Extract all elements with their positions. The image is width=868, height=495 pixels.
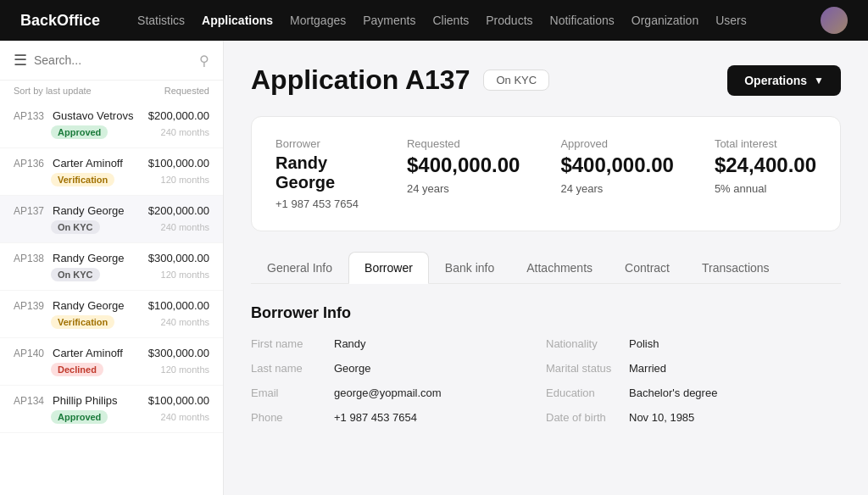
- nav-notifications[interactable]: Notifications: [550, 14, 615, 27]
- info-left-col: First name Randy Last name George Email …: [251, 337, 546, 424]
- summary-approved: Approved $400,000.00 24 years: [560, 137, 673, 210]
- education-value: Bachelor's degree: [629, 387, 717, 399]
- tab-general-info[interactable]: General Info: [251, 252, 348, 284]
- item-amount: $100,000.00: [148, 394, 209, 407]
- tab-transactions[interactable]: Transactions: [686, 252, 786, 284]
- page-header: Application A137 On KYC Operations ▼: [251, 64, 841, 96]
- summary-requested: Requested $400,000.00 24 years: [407, 137, 520, 210]
- sidebar-header: ☰ ⚲: [0, 41, 223, 81]
- tab-contract[interactable]: Contract: [609, 252, 686, 284]
- status-badge: Declined: [51, 363, 103, 376]
- tab-bank-info[interactable]: Bank info: [429, 252, 510, 284]
- sidebar-item-ap139[interactable]: AP139 Randy George $100,000.00 Verificat…: [0, 291, 223, 338]
- sidebar-item-ap133[interactable]: AP133 Gustavo Vetrovs $200,000.00 Approv…: [0, 101, 223, 148]
- item-months: 120 months: [161, 270, 209, 280]
- nav-applications[interactable]: Applications: [202, 14, 273, 27]
- marital-status-value: Married: [629, 362, 666, 375]
- date-of-birth-key: Date of birth: [546, 411, 622, 424]
- item-amount: $200,000.00: [148, 109, 209, 122]
- item-name: Carter Aminoff: [53, 347, 147, 359]
- status-badge: Verification: [51, 315, 114, 329]
- sidebar-item-ap136[interactable]: AP136 Carter Aminoff $100,000.00 Verific…: [0, 148, 223, 196]
- nationality-row: Nationality Polish: [546, 337, 841, 350]
- summary-borrower: Borrower Randy George +1 987 453 7654: [275, 137, 366, 210]
- nav-clients[interactable]: Clients: [432, 14, 469, 27]
- item-months: 120 months: [161, 175, 209, 185]
- marital-status-row: Marital status Married: [546, 362, 841, 375]
- date-of-birth-row: Date of birth Nov 10, 1985: [546, 411, 841, 424]
- requested-label: Requested: [407, 137, 520, 150]
- marital-status-key: Marital status: [546, 362, 622, 375]
- status-badge: On KYC: [51, 268, 100, 281]
- sidebar-item-ap134[interactable]: AP134 Phillip Philips $100,000.00 Approv…: [0, 386, 223, 433]
- date-of-birth-value: Nov 10, 1985: [629, 411, 694, 424]
- borrower-label: Borrower: [275, 137, 366, 150]
- status-badge: Verification: [51, 173, 114, 186]
- nav-payments[interactable]: Payments: [363, 14, 415, 27]
- item-id: AP136: [14, 158, 51, 170]
- nationality-key: Nationality: [546, 337, 622, 350]
- item-badge-row: Verification 240 months: [14, 315, 209, 329]
- item-badge-row: On KYC 120 months: [14, 268, 209, 281]
- chevron-down-icon: ▼: [814, 75, 824, 86]
- last-name-value: George: [334, 362, 370, 375]
- item-badge-row: Declined 120 months: [14, 363, 209, 376]
- filter-icon[interactable]: ☰: [14, 51, 27, 70]
- approved-label: Approved: [560, 137, 673, 150]
- item-name: Randy George: [53, 299, 147, 312]
- item-id: AP134: [14, 395, 51, 407]
- item-amount: $300,000.00: [148, 252, 209, 264]
- requested-sub: 24 years: [407, 182, 520, 195]
- sidebar-item-ap137[interactable]: AP137 Randy George $200,000.00 On KYC 24…: [0, 196, 223, 243]
- operations-button[interactable]: Operations ▼: [727, 65, 841, 96]
- item-name: Phillip Philips: [53, 394, 147, 407]
- item-months: 240 months: [161, 127, 209, 137]
- item-months: 240 months: [161, 412, 209, 422]
- status-badge: Approved: [51, 125, 108, 139]
- sort-right-label: Requested: [164, 86, 209, 96]
- first-name-row: First name Randy: [251, 337, 546, 350]
- phone-row: Phone +1 987 453 7654: [251, 411, 546, 424]
- page-title: Application A137: [251, 64, 470, 96]
- item-amount: $200,000.00: [148, 204, 209, 217]
- status-badge: Approved: [51, 410, 108, 424]
- email-key: Email: [251, 387, 327, 399]
- nav-statistics[interactable]: Statistics: [137, 14, 185, 27]
- nav-organization[interactable]: Organization: [632, 14, 698, 27]
- item-id: AP138: [14, 253, 51, 264]
- approved-amount: $400,000.00: [560, 153, 673, 177]
- item-id: AP137: [14, 205, 51, 217]
- nav-mortgages[interactable]: Mortgages: [290, 14, 346, 27]
- phone-value: +1 987 453 7654: [334, 411, 417, 424]
- user-avatar[interactable]: [821, 7, 848, 34]
- main-content: Application A137 On KYC Operations ▼ Bor…: [224, 41, 868, 495]
- interest-sub: 5% annual: [715, 182, 816, 195]
- education-row: Education Bachelor's degree: [546, 387, 841, 399]
- status-badge: On KYC: [51, 220, 100, 234]
- operations-label: Operations: [744, 74, 807, 87]
- sidebar-item-ap140[interactable]: AP140 Carter Aminoff $300,000.00 Decline…: [0, 338, 223, 386]
- nav-users[interactable]: Users: [715, 14, 747, 27]
- borrower-phone: +1 987 453 7654: [275, 197, 366, 210]
- email-value: george@yopmail.com: [334, 387, 442, 399]
- search-icon[interactable]: ⚲: [199, 53, 209, 69]
- first-name-key: First name: [251, 337, 327, 350]
- item-badge-row: Verification 120 months: [14, 173, 209, 186]
- item-name: Gustavo Vetrovs: [53, 109, 147, 122]
- tab-attachments[interactable]: Attachments: [510, 252, 609, 284]
- education-key: Education: [546, 387, 622, 399]
- sidebar-item-ap138[interactable]: AP138 Randy George $300,000.00 On KYC 12…: [0, 243, 223, 291]
- summary-interest: Total interest $24,400.00 5% annual: [715, 137, 816, 210]
- sidebar: ☰ ⚲ Sort by last update Requested AP133 …: [0, 41, 224, 495]
- tab-borrower[interactable]: Borrower: [348, 252, 429, 284]
- requested-amount: $400,000.00: [407, 153, 520, 177]
- info-right-col: Nationality Polish Marital status Marrie…: [546, 337, 841, 424]
- approved-sub: 24 years: [560, 182, 673, 195]
- item-id: AP133: [14, 110, 51, 122]
- app-logo: BackOffice: [20, 12, 100, 30]
- item-months: 240 months: [161, 317, 209, 327]
- search-input[interactable]: [34, 53, 192, 67]
- item-badge-row: Approved 240 months: [14, 410, 209, 424]
- nav-products[interactable]: Products: [486, 14, 532, 27]
- item-name: Randy George: [53, 204, 147, 217]
